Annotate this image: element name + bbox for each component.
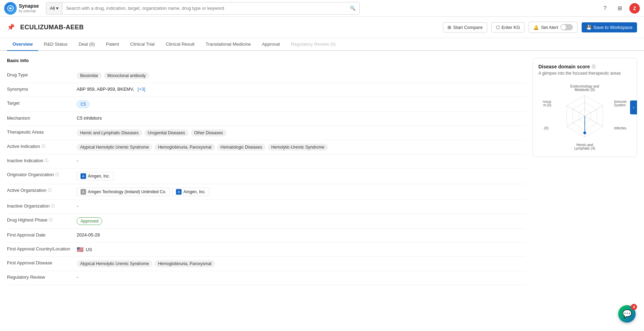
toggle-switch-control[interactable] <box>560 24 573 30</box>
info-row: Inactive Indicationⓘ- <box>7 155 526 168</box>
main-content: Basic Info Drug TypeBiosimilarMonoclonal… <box>0 51 644 292</box>
field-value: 2024-05-28 <box>77 232 526 238</box>
save-label: Save to Workspace <box>593 25 632 30</box>
field-label: Inactive Indicationⓘ <box>7 158 77 163</box>
toggle-knob <box>561 25 566 30</box>
info-row: Active IndicationⓘAtypical Hemolytic Ure… <box>7 140 526 155</box>
svg-text:Metabolic (0): Metabolic (0) <box>575 88 595 92</box>
show-more-link[interactable]: [+3] <box>138 86 145 92</box>
tag[interactable]: Atypical Hemolytic Uremic Syndrome <box>77 144 152 151</box>
panel-title: Disease domain score ⓘ <box>538 64 631 69</box>
tab-r-d-status[interactable]: R&D Status <box>38 38 73 51</box>
tag[interactable]: Biosimilar <box>77 72 102 79</box>
field-value: - <box>77 274 526 280</box>
tab-patent[interactable]: Patent <box>100 38 125 51</box>
plain-text-value: - <box>77 274 78 280</box>
search-input[interactable] <box>62 2 346 14</box>
user-avatar[interactable]: Z <box>629 3 640 14</box>
field-label: Mechanism <box>7 115 77 121</box>
panel-title-text: Disease domain score <box>538 64 590 69</box>
org-badge[interactable]: AAmgen, Inc. <box>172 188 209 196</box>
tag[interactable]: Atypical Hemolytic Uremic Syndrome <box>77 260 152 267</box>
tag[interactable]: Hematologic Diseases <box>217 144 266 151</box>
info-row: Regulatory Review- <box>7 271 526 285</box>
tab-overview[interactable]: Overview <box>7 38 38 51</box>
svg-point-11 <box>583 131 586 134</box>
field-value: - <box>77 203 526 209</box>
set-alert-toggle[interactable]: 🔔 Set Alert <box>529 22 577 33</box>
field-label: Drug Type <box>7 72 77 77</box>
org-icon: A <box>80 173 86 179</box>
drug-title: ECULIZUMAB-AEEB <box>20 24 437 31</box>
org-badge[interactable]: AAmgen Technology (Ireland) Unlimited Co… <box>77 188 170 196</box>
field-value: AAmgen Technology (Ireland) Unlimited Co… <box>77 188 526 196</box>
field-label: Drug Highest Phaseⓘ <box>7 217 77 223</box>
tag[interactable]: C5 <box>77 100 90 108</box>
org-badge[interactable]: AAmgen, Inc. <box>77 172 114 180</box>
tab-approval[interactable]: Approval <box>256 38 285 51</box>
info-rows: Drug TypeBiosimilarMonoclonal antibodySy… <box>7 69 526 285</box>
info-row: Inactive Organizationⓘ- <box>7 200 526 214</box>
search-button[interactable]: 🔍 <box>346 2 359 14</box>
save-to-workspace-button[interactable]: 💾 Save to Workspace <box>582 22 637 32</box>
field-value: Hemic and Lymphatic DiseasesUrogenital D… <box>77 129 526 136</box>
info-icon: ⓘ <box>592 64 596 69</box>
tab-clinical-result[interactable]: Clinical Result <box>160 38 200 51</box>
help-icon[interactable]: ? <box>600 3 610 13</box>
top-nav: Synapse by patsnap All ▾ 🔍 ? ⊞ Z <box>0 0 644 17</box>
field-value: - <box>77 158 526 163</box>
enter-kg-label: Enter KG <box>501 25 520 30</box>
grid-icon[interactable]: ⊞ <box>615 3 624 13</box>
field-label: First Approval Date <box>7 232 77 238</box>
field-value: AAmgen, Inc. <box>77 172 526 180</box>
set-alert-label: Set Alert <box>541 25 558 30</box>
info-icon: ⓘ <box>41 144 45 149</box>
logo-icon <box>4 2 17 15</box>
field-label: Active Organizationⓘ <box>7 188 77 193</box>
start-compare-button[interactable]: ⊞ Start Compare <box>443 22 487 32</box>
logo[interactable]: Synapse by patsnap <box>4 2 43 15</box>
org-name: Amgen Technology (Ireland) Unlimited Co. <box>88 189 166 194</box>
info-row: Drug TypeBiosimilarMonoclonal antibody <box>7 69 526 83</box>
kg-icon: ⬡ <box>496 25 500 30</box>
start-compare-label: Start Compare <box>453 25 483 30</box>
plain-text-value: - <box>77 158 78 163</box>
info-row: Active OrganizationⓘAAmgen Technology (I… <box>7 184 526 200</box>
disease-domain-panel: Disease domain score ⓘ A glimpse into th… <box>532 58 637 157</box>
svg-text:Lymphatic (4): Lymphatic (4) <box>574 146 595 150</box>
info-row: First Approval Date2024-05-28 <box>7 229 526 243</box>
field-label: Inactive Organizationⓘ <box>7 203 77 209</box>
drug-pin-icon: 📌 <box>7 23 15 31</box>
tab-translational-medicine[interactable]: Translational Medicine <box>200 38 256 51</box>
logo-name: Synapse <box>19 3 39 9</box>
field-label: Originator Organizationⓘ <box>7 172 77 177</box>
tag[interactable]: Hemic and Lymphatic Diseases <box>77 129 142 136</box>
tag[interactable]: Hemoglobinuria, Paroxysmal <box>154 144 215 151</box>
info-icon: ⓘ <box>51 203 55 209</box>
enter-kg-button[interactable]: ⬡ Enter KG <box>491 22 524 32</box>
info-row: Originator OrganizationⓘAAmgen, Inc. <box>7 168 526 184</box>
field-value: 🇺🇸US <box>77 246 526 253</box>
panel-expand-button[interactable]: › <box>630 100 637 114</box>
field-label: Regulatory Review <box>7 274 77 280</box>
panel-subtitle: A glimpse into the focused therapeutic a… <box>538 71 631 76</box>
tag[interactable]: Other Diseases <box>191 129 227 136</box>
field-value: Approved <box>77 217 526 225</box>
tag[interactable]: Hemoglobinuria, Paroxysmal <box>154 260 215 267</box>
tag[interactable]: Monoclonal antibody <box>104 72 149 79</box>
field-value: Atypical Hemolytic Uremic SyndromeHemogl… <box>77 260 526 267</box>
tag[interactable]: Hemolytic-Uremic Syndrome <box>268 144 328 151</box>
search-type-dropdown[interactable]: All ▾ <box>46 2 62 14</box>
tab-deal--0-[interactable]: Deal (0) <box>73 38 100 51</box>
save-icon: 💾 <box>586 25 592 30</box>
tag[interactable]: Urogenital Diseases <box>144 129 189 136</box>
tab-clinical-trial[interactable]: Clinical Trial <box>125 38 160 51</box>
field-label: First Approval Disease <box>7 260 77 265</box>
org-name: Amgen, Inc. <box>88 174 110 179</box>
field-label: First Approval Country/Location <box>7 246 77 251</box>
radar-svg: Endocrinology and Metabolic (0) Immune S… <box>543 81 627 151</box>
radar-chart: Endocrinology and Metabolic (0) Immune S… <box>538 81 631 151</box>
chevron-down-icon: ▾ <box>56 6 59 11</box>
svg-text:Infectious (0): Infectious (0) <box>614 126 627 130</box>
info-icon: ⓘ <box>49 217 53 223</box>
